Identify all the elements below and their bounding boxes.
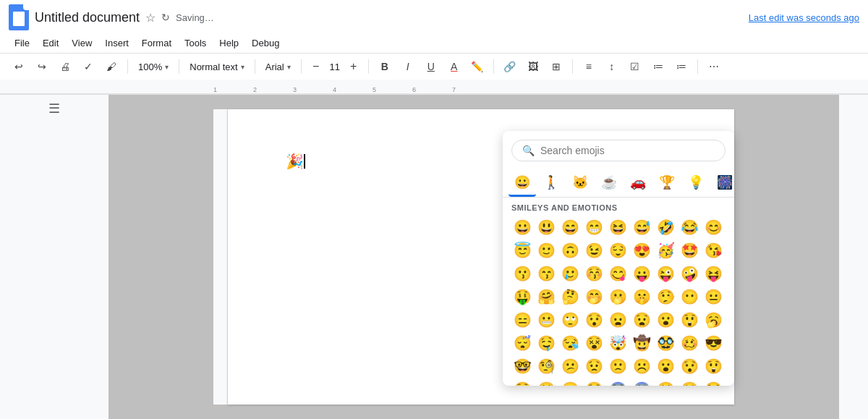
highlight-button[interactable]: ✏️ — [467, 56, 488, 77]
font-select[interactable]: Arial ▾ — [261, 59, 295, 75]
line-space-button[interactable]: ↕ — [602, 56, 622, 77]
document-title[interactable]: Untitled document — [35, 10, 140, 25]
emoji-cell[interactable]: 😜 — [655, 263, 677, 284]
print-button[interactable]: 🖨 — [55, 56, 75, 77]
emoji-cell[interactable]: 😁 — [583, 216, 605, 238]
font-color-button[interactable]: A — [444, 56, 464, 77]
bold-button[interactable]: B — [375, 56, 395, 77]
emoji-cell[interactable]: 🙂 — [535, 240, 557, 261]
emoji-cell[interactable]: 😭 — [703, 378, 725, 386]
doc-area[interactable]: 🎉 🔍 😀 🚶 🐱 ☕ 🚗 🏆 � — [109, 95, 839, 419]
emoji-cell[interactable]: 🤩 — [679, 240, 701, 261]
emoji-cell[interactable]: 😘 — [703, 240, 725, 261]
star-icon[interactable]: ☆ — [145, 11, 156, 25]
emoji-cell[interactable]: 🥳 — [655, 240, 677, 261]
emoji-cell[interactable]: 😧 — [631, 309, 653, 331]
emoji-cell[interactable]: 😶 — [679, 286, 701, 308]
emoji-cell[interactable]: 😲 — [679, 309, 701, 331]
emoji-cell[interactable]: 😚 — [583, 263, 605, 284]
emoji-cell[interactable]: 🤤 — [535, 332, 557, 354]
emoji-cell[interactable]: 😊 — [703, 216, 725, 238]
last-edit-link[interactable]: Last edit was seconds ago — [749, 12, 859, 23]
emoji-cell[interactable]: ☹️ — [631, 355, 653, 377]
outline-icon[interactable]: ☰ — [48, 101, 60, 117]
emoji-cell[interactable]: 😀 — [511, 216, 533, 238]
emoji-cell[interactable]: 😆 — [607, 216, 629, 238]
emoji-cell[interactable]: 🤗 — [535, 286, 557, 308]
redo-button[interactable]: ↪ — [32, 56, 52, 77]
zoom-select[interactable]: 100% ▾ — [134, 59, 173, 75]
emoji-cell[interactable]: 😐 — [703, 286, 725, 308]
ordered-list-button[interactable]: ≔ — [671, 56, 692, 77]
emoji-cell[interactable]: 🤭 — [583, 286, 605, 308]
menu-file[interactable]: File — [9, 35, 35, 51]
emoji-cell[interactable]: 🤯 — [607, 332, 629, 354]
emoji-cell[interactable]: 😕 — [559, 355, 581, 377]
cat-travel[interactable]: 🚗 — [624, 170, 652, 197]
list-button[interactable]: ≔ — [648, 56, 668, 77]
font-size-value[interactable]: 11 — [326, 62, 344, 72]
emoji-cell[interactable]: 😃 — [535, 216, 557, 238]
emoji-cell[interactable]: 🥴 — [679, 332, 701, 354]
emoji-cell[interactable]: 🤪 — [679, 263, 701, 284]
emoji-cell[interactable]: 😇 — [511, 240, 533, 261]
emoji-cell[interactable]: 😰 — [631, 378, 653, 386]
cat-food[interactable]: ☕ — [595, 170, 623, 197]
align-button[interactable]: ≡ — [579, 56, 599, 77]
font-size-increase[interactable]: + — [345, 58, 362, 75]
spell-button[interactable]: ✓ — [78, 56, 98, 77]
menu-edit[interactable]: Edit — [37, 35, 64, 51]
emoji-cell[interactable]: 😥 — [655, 378, 677, 386]
emoji-cell[interactable]: 😂 — [679, 216, 701, 238]
menu-insert[interactable]: Insert — [99, 35, 135, 51]
emoji-cell[interactable]: 😑 — [511, 309, 533, 331]
emoji-cell[interactable]: 🤓 — [511, 355, 533, 377]
emoji-cell[interactable]: 🥱 — [703, 309, 725, 331]
style-select[interactable]: Normal text ▾ — [185, 59, 248, 75]
emoji-cell[interactable]: 😮 — [655, 355, 677, 377]
cat-activities[interactable]: 🏆 — [653, 170, 681, 197]
emoji-search-input[interactable] — [540, 145, 715, 156]
menu-help[interactable]: Help — [213, 35, 244, 51]
cat-objects[interactable]: 💡 — [682, 170, 710, 197]
table-button[interactable]: ⊞ — [546, 56, 566, 77]
menu-debug[interactable]: Debug — [246, 35, 285, 51]
cat-smileys[interactable]: 😀 — [509, 170, 536, 197]
undo-button[interactable]: ↩ — [9, 56, 29, 77]
emoji-cell[interactable]: 😛 — [631, 263, 653, 284]
emoji-cell[interactable]: 🙁 — [607, 355, 629, 377]
underline-button[interactable]: U — [421, 56, 441, 77]
emoji-cell[interactable]: 😴 — [511, 332, 533, 354]
emoji-cell[interactable]: 😯 — [583, 309, 605, 331]
emoji-cell[interactable]: 😨 — [607, 378, 629, 386]
emoji-cell[interactable]: 😳 — [511, 378, 533, 386]
emoji-cell[interactable]: 😪 — [559, 332, 581, 354]
emoji-cell[interactable]: 😎 — [703, 332, 725, 354]
emoji-cell[interactable]: 😵 — [583, 332, 605, 354]
emoji-cell[interactable]: 😬 — [535, 309, 557, 331]
emoji-cell[interactable]: 🤔 — [559, 286, 581, 308]
emoji-list-area[interactable]: SMILEYS AND EMOTIONS 😀😃😄😁😆😅🤣😂😊😇🙂🙃😉😌😍🥳🤩😘😗… — [503, 198, 734, 386]
emoji-cell[interactable]: 😝 — [703, 263, 725, 284]
emoji-cell[interactable]: 😲 — [703, 355, 725, 377]
image-button[interactable]: 🖼 — [523, 56, 543, 77]
emoji-cell[interactable]: 🤥 — [655, 286, 677, 308]
emoji-cell[interactable]: 🥸 — [655, 332, 677, 354]
emoji-cell[interactable]: 😧 — [583, 378, 605, 386]
paint-button[interactable]: 🖌 — [101, 56, 122, 77]
cat-people[interactable]: 🚶 — [537, 170, 565, 197]
emoji-cell[interactable]: 😮 — [655, 309, 677, 331]
emoji-cell[interactable]: 😢 — [679, 378, 701, 386]
font-size-decrease[interactable]: − — [307, 58, 325, 75]
emoji-cell[interactable]: 🤣 — [655, 216, 677, 238]
emoji-cell[interactable]: 😋 — [607, 263, 629, 284]
emoji-cell[interactable]: 😦 — [559, 378, 581, 386]
more-button[interactable]: ⋯ — [704, 56, 724, 77]
document-page[interactable]: 🎉 🔍 😀 🚶 🐱 ☕ 🚗 🏆 � — [228, 109, 734, 405]
emoji-cell[interactable]: 🙄 — [559, 309, 581, 331]
cat-symbols[interactable]: 🎆 — [711, 170, 734, 197]
menu-tools[interactable]: Tools — [179, 35, 212, 51]
emoji-cell[interactable]: 😟 — [583, 355, 605, 377]
emoji-cell[interactable]: 😌 — [607, 240, 629, 261]
emoji-cell[interactable]: 🤑 — [511, 286, 533, 308]
